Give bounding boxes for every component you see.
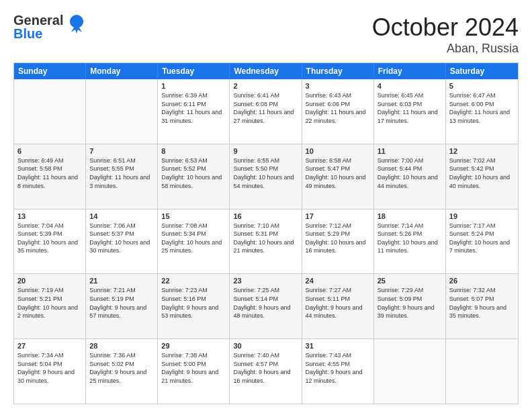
header-tuesday: Tuesday [158, 63, 230, 79]
table-row: 22Sunrise: 7:23 AMSunset: 5:16 PMDayligh… [158, 274, 230, 338]
table-row: 4Sunrise: 6:45 AMSunset: 6:03 PMDaylight… [374, 79, 446, 144]
day-info: Sunrise: 7:12 AMSunset: 5:29 PMDaylight:… [306, 222, 370, 255]
day-info: Sunrise: 6:45 AMSunset: 6:03 PMDaylight:… [378, 91, 442, 125]
header-friday: Friday [374, 63, 446, 79]
day-number: 26 [449, 277, 515, 285]
day-info: Sunrise: 7:04 AMSunset: 5:39 PMDaylight:… [17, 222, 82, 255]
day-info: Sunrise: 7:40 AMSunset: 4:57 PMDaylight:… [233, 351, 298, 385]
day-info: Sunrise: 7:21 AMSunset: 5:19 PMDaylight:… [89, 286, 154, 320]
day-number: 15 [161, 212, 226, 220]
table-row: 11Sunrise: 7:00 AMSunset: 5:44 PMDayligh… [374, 144, 446, 209]
day-number: 12 [449, 147, 515, 155]
day-info: Sunrise: 7:36 AMSunset: 5:02 PMDaylight:… [89, 351, 154, 385]
day-info: Sunrise: 6:43 AMSunset: 6:06 PMDaylight:… [306, 91, 370, 125]
day-number: 17 [306, 212, 370, 220]
day-number: 10 [306, 147, 370, 155]
day-number: 19 [449, 212, 515, 220]
table-row: 2Sunrise: 6:41 AMSunset: 6:08 PMDaylight… [230, 79, 302, 144]
day-info: Sunrise: 7:25 AMSunset: 5:14 PMDaylight:… [233, 286, 298, 320]
day-number: 31 [306, 342, 370, 350]
table-row: 24Sunrise: 7:27 AMSunset: 5:11 PMDayligh… [302, 274, 374, 338]
day-number: 20 [17, 277, 82, 285]
table-row: 6Sunrise: 6:49 AMSunset: 5:58 PMDaylight… [14, 144, 86, 209]
day-info: Sunrise: 7:10 AMSunset: 5:31 PMDaylight:… [233, 222, 298, 255]
day-number: 21 [89, 277, 154, 285]
week-row-2: 13Sunrise: 7:04 AMSunset: 5:39 PMDayligh… [14, 210, 518, 275]
day-info: Sunrise: 6:53 AMSunset: 5:52 PMDaylight:… [161, 156, 226, 190]
page-subtitle: Aban, Russia [372, 42, 519, 56]
table-row: 10Sunrise: 6:58 AMSunset: 5:47 PMDayligh… [302, 144, 374, 209]
day-number: 18 [378, 212, 442, 220]
table-row: 20Sunrise: 7:19 AMSunset: 5:21 PMDayligh… [14, 274, 86, 338]
day-number: 23 [233, 277, 298, 285]
day-number: 8 [161, 147, 226, 155]
day-number: 16 [233, 212, 298, 220]
day-info: Sunrise: 7:06 AMSunset: 5:37 PMDaylight:… [89, 222, 154, 255]
day-info: Sunrise: 7:23 AMSunset: 5:16 PMDaylight:… [161, 286, 226, 320]
table-row: 14Sunrise: 7:06 AMSunset: 5:37 PMDayligh… [86, 210, 158, 274]
logo-blue: Blue [13, 27, 63, 40]
day-number: 5 [449, 82, 515, 90]
table-row: 13Sunrise: 7:04 AMSunset: 5:39 PMDayligh… [14, 210, 86, 274]
day-info: Sunrise: 7:19 AMSunset: 5:21 PMDaylight:… [17, 286, 82, 320]
table-row: 3Sunrise: 6:43 AMSunset: 6:06 PMDaylight… [302, 79, 374, 144]
table-row: 29Sunrise: 7:38 AMSunset: 5:00 PMDayligh… [158, 339, 230, 404]
day-number: 3 [306, 82, 370, 90]
day-number: 6 [17, 147, 82, 155]
table-row: 17Sunrise: 7:12 AMSunset: 5:29 PMDayligh… [302, 210, 374, 274]
table-row: 31Sunrise: 7:43 AMSunset: 4:55 PMDayligh… [302, 339, 374, 404]
header-thursday: Thursday [302, 63, 374, 79]
day-info: Sunrise: 7:14 AMSunset: 5:26 PMDaylight:… [378, 222, 442, 255]
day-info: Sunrise: 7:32 AMSunset: 5:07 PMDaylight:… [449, 286, 515, 320]
day-number: 2 [233, 82, 298, 90]
day-info: Sunrise: 6:51 AMSunset: 5:55 PMDaylight:… [89, 156, 154, 190]
day-info: Sunrise: 6:58 AMSunset: 5:47 PMDaylight:… [306, 156, 370, 190]
table-row: 28Sunrise: 7:36 AMSunset: 5:02 PMDayligh… [86, 339, 158, 404]
table-row [86, 79, 158, 144]
table-row: 18Sunrise: 7:14 AMSunset: 5:26 PMDayligh… [374, 210, 446, 274]
day-number: 25 [378, 277, 442, 285]
table-row [374, 339, 446, 404]
day-info: Sunrise: 7:00 AMSunset: 5:44 PMDaylight:… [378, 156, 442, 190]
table-row [446, 339, 518, 404]
day-info: Sunrise: 7:08 AMSunset: 5:34 PMDaylight:… [161, 222, 226, 255]
day-number: 7 [89, 147, 154, 155]
calendar: Sunday Monday Tuesday Wednesday Thursday… [13, 62, 519, 404]
table-row: 5Sunrise: 6:47 AMSunset: 6:00 PMDaylight… [446, 79, 518, 144]
table-row: 19Sunrise: 7:17 AMSunset: 5:24 PMDayligh… [446, 210, 518, 274]
table-row: 1Sunrise: 6:39 AMSunset: 6:11 PMDaylight… [158, 79, 230, 144]
day-info: Sunrise: 6:41 AMSunset: 6:08 PMDaylight:… [233, 91, 298, 125]
table-row: 23Sunrise: 7:25 AMSunset: 5:14 PMDayligh… [230, 274, 302, 338]
table-row: 30Sunrise: 7:40 AMSunset: 4:57 PMDayligh… [230, 339, 302, 404]
day-info: Sunrise: 6:39 AMSunset: 6:11 PMDaylight:… [161, 91, 226, 125]
day-info: Sunrise: 7:34 AMSunset: 5:04 PMDaylight:… [17, 351, 82, 385]
header-sunday: Sunday [14, 63, 86, 79]
week-row-0: 1Sunrise: 6:39 AMSunset: 6:11 PMDaylight… [14, 79, 518, 144]
day-info: Sunrise: 7:29 AMSunset: 5:09 PMDaylight:… [378, 286, 442, 320]
day-number: 11 [378, 147, 442, 155]
calendar-body: 1Sunrise: 6:39 AMSunset: 6:11 PMDaylight… [14, 79, 518, 404]
day-number: 29 [161, 342, 226, 350]
day-number: 1 [161, 82, 226, 90]
week-row-4: 27Sunrise: 7:34 AMSunset: 5:04 PMDayligh… [14, 339, 518, 404]
table-row: 25Sunrise: 7:29 AMSunset: 5:09 PMDayligh… [374, 274, 446, 338]
day-number: 24 [306, 277, 370, 285]
page-title: October 2024 [372, 13, 519, 42]
header-monday: Monday [86, 63, 158, 79]
calendar-header: Sunday Monday Tuesday Wednesday Thursday… [14, 63, 518, 79]
week-row-1: 6Sunrise: 6:49 AMSunset: 5:58 PMDaylight… [14, 144, 518, 210]
day-info: Sunrise: 7:43 AMSunset: 4:55 PMDaylight:… [306, 351, 370, 385]
day-number: 9 [233, 147, 298, 155]
day-number: 30 [233, 342, 298, 350]
table-row: 27Sunrise: 7:34 AMSunset: 5:04 PMDayligh… [14, 339, 86, 404]
header: General Blue October 2024 Aban, Russia [13, 13, 519, 56]
day-info: Sunrise: 7:27 AMSunset: 5:11 PMDaylight:… [306, 286, 370, 320]
day-info: Sunrise: 6:49 AMSunset: 5:58 PMDaylight:… [17, 156, 82, 190]
day-info: Sunrise: 6:47 AMSunset: 6:00 PMDaylight:… [449, 91, 515, 125]
logo-general: General [13, 13, 63, 27]
day-number: 14 [89, 212, 154, 220]
header-wednesday: Wednesday [230, 63, 302, 79]
table-row: 21Sunrise: 7:21 AMSunset: 5:19 PMDayligh… [86, 274, 158, 338]
day-number: 22 [161, 277, 226, 285]
table-row: 16Sunrise: 7:10 AMSunset: 5:31 PMDayligh… [230, 210, 302, 274]
